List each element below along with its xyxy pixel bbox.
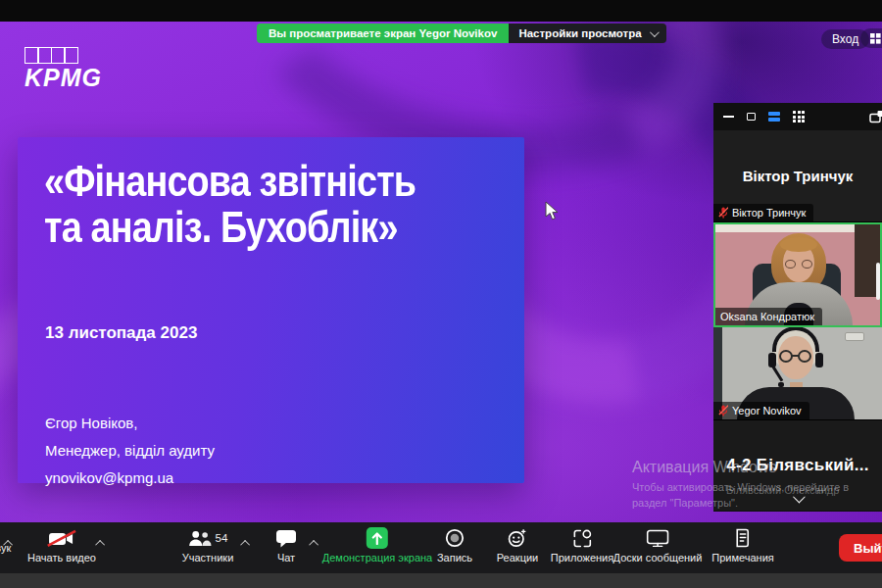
slide-presenter-block: Єгор Новіков, Менеджер, відділ аудиту yn… — [45, 410, 215, 491]
apps-button[interactable]: Приложения — [551, 527, 613, 564]
slide-title-line2: та аналіз. Бухоблік» — [44, 205, 416, 251]
start-video-button[interactable]: Начать видео — [27, 527, 96, 564]
leave-meeting-button[interactable]: Выйти — [839, 534, 882, 562]
video-panel-header — [713, 103, 882, 130]
presenter-role: Менеджер, відділ аудиту — [45, 437, 215, 465]
video-tile-viktor[interactable]: Віктор Тринчук Віктор Тринчук — [713, 130, 882, 222]
slide-title: «Фінансова звітність та аналіз. Бухоблік… — [44, 159, 416, 251]
video-tile-oksana[interactable]: Oksana Кондратюк — [713, 222, 882, 327]
share-screen-label: Демонстрация экрана — [322, 552, 432, 564]
participants-video-panel: Віктор Тринчук Віктор Тринчук Oksana Кон… — [713, 103, 882, 512]
reactions-button[interactable]: Реакции — [497, 527, 539, 564]
video-options-chevron[interactable] — [98, 533, 105, 551]
share-screen-icon — [367, 527, 388, 549]
participants-icon — [188, 530, 212, 547]
muted-mic-icon — [718, 405, 728, 416]
gallery-view-icon[interactable] — [793, 111, 805, 122]
strip-view-icon[interactable] — [768, 112, 780, 122]
record-button[interactable]: Запись — [437, 527, 472, 564]
slide-title-line1: «Фінансова звітність — [44, 159, 416, 205]
muted-mic-icon — [718, 207, 728, 219]
kpmg-logo-text: KPMG — [24, 64, 102, 92]
whiteboards-button[interactable]: Доски сообщений — [613, 527, 703, 564]
view-options-label: Настройки просмотра — [518, 27, 641, 39]
chat-options-chevron[interactable] — [312, 533, 318, 551]
video-tile-bilyavskyi[interactable]: 4-2 Білявський... Білявський Олександр — [713, 420, 882, 511]
chat-label: Чат — [277, 552, 295, 564]
participants-count: 54 — [216, 532, 228, 544]
zoom-meeting-window: KPMG «Фінансова звітність та аналіз. Бух… — [0, 0, 882, 588]
chat-button[interactable]: Чат — [276, 527, 297, 564]
reactions-label: Реакции — [497, 552, 539, 564]
participants-button[interactable]: 54 Участники — [182, 527, 234, 564]
minimize-panel-icon[interactable] — [723, 116, 734, 118]
apps-label: Приложения — [551, 552, 613, 564]
notes-label: Примечания — [711, 552, 774, 564]
chat-icon — [276, 529, 297, 548]
panel-scrollbar[interactable] — [876, 263, 880, 300]
grid-view-icon — [870, 33, 881, 44]
whiteboards-label: Доски сообщений — [613, 552, 703, 564]
speaker-view-icon[interactable] — [747, 113, 756, 121]
mouse-cursor — [545, 201, 560, 221]
slide-date: 13 листопада 2023 — [45, 323, 197, 343]
meeting-toolbar: Звук Начать видео 54 — [0, 522, 882, 573]
presentation-slide: «Фінансова звітність та аналіз. Бухоблік… — [18, 137, 524, 483]
top-black-bar — [0, 0, 882, 22]
apps-icon — [572, 529, 591, 548]
participants-label: Участники — [182, 552, 234, 564]
view-mode-button[interactable]: В — [860, 28, 882, 48]
camera-off-icon — [47, 529, 76, 548]
kpmg-logo: KPMG — [24, 47, 102, 92]
screen-view-banner: Вы просматриваете экран Yegor Novikov На… — [257, 24, 666, 43]
participant-name-label: Oksana Кондратюк — [715, 308, 822, 325]
presenter-email: ynovikov@kpmg.ua — [45, 465, 215, 492]
participants-options-chevron[interactable] — [243, 533, 250, 551]
reactions-icon — [508, 528, 527, 548]
participant-name-label: Віктор Тринчук — [713, 204, 813, 221]
view-options-button[interactable]: Настройки просмотра — [509, 24, 665, 43]
presenter-name: Єгор Новіков, — [45, 410, 215, 437]
popout-panel-icon[interactable] — [869, 110, 882, 127]
start-video-label: Начать видео — [27, 552, 96, 564]
more-participants-chevron[interactable] — [794, 489, 803, 507]
kpmg-logo-squares — [24, 47, 102, 64]
participant-name-label: Yegor Novikov — [713, 402, 809, 419]
video-tile-yegor[interactable]: Yegor Novikov — [713, 327, 882, 420]
record-label: Запись — [437, 552, 472, 564]
share-screen-button[interactable]: Демонстрация экрана — [322, 527, 432, 564]
record-icon — [445, 528, 465, 548]
viewing-screen-badge: Вы просматриваете экран Yegor Novikov — [257, 24, 509, 43]
chevron-down-icon — [650, 27, 660, 37]
whiteboard-icon — [647, 529, 669, 547]
audio-options-chevron[interactable] — [6, 533, 13, 551]
participant-name-label: Білявський Олександр — [721, 481, 847, 499]
taskbar-strip — [0, 573, 882, 588]
notes-icon — [734, 528, 751, 548]
notes-button[interactable]: Примечания — [711, 527, 774, 564]
